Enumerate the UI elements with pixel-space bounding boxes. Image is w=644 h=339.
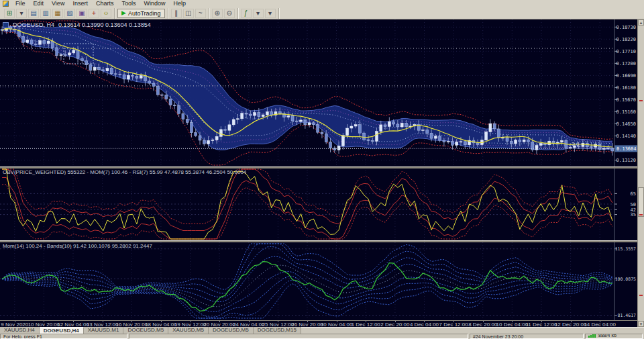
market-watch-button[interactable]: ▤ [28,9,39,18]
svg-text:0.14650: 0.14650 [616,122,636,127]
svg-text:0.15670: 0.15670 [616,97,636,103]
traffic-bars-icon [592,334,594,338]
profiles-icon: ▾ [19,10,23,17]
time-label: 7 Dec 12:00 [439,322,468,327]
time-label: 24 Nov 04:00 [233,322,265,327]
new-order-icon: + [92,10,96,17]
svg-text:0.13120: 0.13120 [616,158,636,163]
menu-bar: FileEditViewInsertChartsToolsWindowHelp [0,0,644,7]
indicators-icon: ƒ [244,10,248,17]
chart-window-icon [3,22,9,28]
line-chart-icon: ~ [199,10,203,17]
scroll-marker [639,100,643,101]
time-label: 2 Dec 20:00 [380,322,409,327]
oscillator-panel-title: OBV(PRICE_WEIGHTED) 555322 - MOM(7) 100.… [3,169,246,175]
new-chart-button[interactable]: ⊞ [4,9,15,18]
chart-area[interactable]: 0.187300.182200.177100.172000.166900.161… [0,19,637,320]
vertical-scrollbar[interactable]: ▲ ▼ [637,19,644,327]
navigator-button[interactable]: ▦ [52,9,63,18]
menu-window[interactable]: Window [140,0,169,7]
time-label: 19 Nov 12:00 [174,322,207,327]
scroll-down-icon[interactable]: ▼ [638,321,644,327]
zoom-in-button[interactable]: ⊕ [212,9,223,18]
time-label: 4 Dec 04:00 [410,322,439,327]
time-axis[interactable]: 9 Nov 202010 Nov 20:0012 Nov 04:0013 Nov… [0,320,637,327]
time-label: 13 Nov 12:00 [87,322,119,327]
time-label: 16 Nov 20:00 [115,322,148,327]
time-label: 9 Nov 2020 [1,322,28,327]
menu-edit[interactable]: Edit [30,0,48,7]
symbol-name: DOGEUSD, H4 [13,21,54,28]
time-label: 12 Nov 04:00 [57,322,89,327]
chart-tab-2-xauusd-m1[interactable]: XAUUSD,M1 [84,327,124,334]
scrollbar-thumb[interactable] [638,187,644,217]
status-spacer [129,334,468,339]
zoom-out-icon: ⊖ [226,10,231,17]
templates-button[interactable]: ▾ [265,9,276,18]
line-chart-button[interactable]: ~ [195,9,206,18]
zoom-in-icon: ⊕ [214,10,219,17]
autotrading-label: AutoTrading [128,10,161,17]
new-order-button[interactable]: + [89,9,99,18]
svg-text:0.14140: 0.14140 [616,134,636,139]
data-window-button[interactable]: ▥ [40,9,51,18]
bar-chart-button[interactable]: ∥ [171,9,182,18]
svg-text:50: 50 [631,202,636,207]
autotrading-icon: ▶ [121,10,126,16]
svg-text:0.16690: 0.16690 [616,73,636,79]
time-label: 20 Nov 20:00 [203,322,235,327]
profiles-button[interactable]: ▾ [16,9,27,18]
zoom-out-button[interactable]: ⊖ [224,9,235,18]
strategy-tester-icon: ▣ [78,10,85,17]
svg-text:0.17710: 0.17710 [616,49,636,54]
scroll-marker [639,214,643,215]
time-label: 11 Dec 12:00 [525,322,557,327]
svg-text:81.4617: 81.4617 [618,313,636,318]
toolbar: ⊞▾▤▥▦▧▣+‹›▶AutoTrading∥◫~⊕⊖ƒ▾▾ [0,7,644,19]
chart-tab-4-xauusd-m5[interactable]: XAUUSD,M5 [168,327,209,334]
chart-tab-0-xauusd-h4[interactable]: XAUUSD,H4 [0,327,40,334]
status-bar-info: #24 November 23 20:00 [470,334,584,339]
terminal-icon: ▧ [66,10,72,17]
metaeditor-button[interactable]: ‹› [101,9,111,18]
menu-view[interactable]: View [48,0,68,7]
menu-insert[interactable]: Insert [68,0,92,7]
menu-charts[interactable]: Charts [92,0,118,7]
candlestick-chart-button[interactable]: ◫ [183,9,194,18]
chart-tab-bar: XAUUSD,H4DOGEUSD,H4XAUUSD,M1DOGEUSD,M5XA… [0,327,644,334]
status-traffic: 888/4 kb [585,334,643,339]
svg-text:0.16180: 0.16180 [616,85,636,91]
terminal-button[interactable]: ▧ [64,9,75,18]
svg-text:100.0875: 100.0875 [615,277,636,282]
menu-help[interactable]: Help [169,0,190,7]
traffic-bars-icon [590,335,592,338]
menu-file[interactable]: File [11,0,30,7]
time-label: 14 Dec 04:00 [584,322,616,327]
status-bar: For Help, press F1 #24 November 23 20:00… [0,334,644,339]
autotrading-button[interactable]: ▶AutoTrading [117,9,165,18]
indicators-button[interactable]: ƒ [241,9,252,18]
time-label: 1 Dec 12:00 [352,322,380,327]
svg-text:0.18730: 0.18730 [616,25,636,30]
chart-tab-6-dogeusd-m15[interactable]: DOGEUSD,M15 [254,327,301,334]
traffic-bars-icon [594,334,596,338]
market-watch-icon: ▤ [30,10,36,17]
chart-tab-5-dogeusd-m5[interactable]: DOGEUSD,M5 [209,327,254,334]
new-chart-icon: ⊞ [7,10,12,17]
svg-text:35: 35 [631,212,636,217]
templates-icon: ▾ [268,10,272,17]
chart-tab-1-dogeusd-h4[interactable]: DOGEUSD,H4 [40,327,84,334]
time-label: 30 Nov 04:00 [321,322,353,327]
periods-button[interactable]: ▾ [253,9,264,18]
svg-text:115.3557: 115.3557 [615,246,636,252]
chart-tab-3-dogeusd-m5[interactable]: DOGEUSD,M5 [123,327,168,334]
navigator-icon: ▦ [54,10,60,17]
scroll-up-icon[interactable]: ▲ [638,19,644,26]
time-label: 10 Dec 04:00 [496,322,529,327]
status-help-text: For Help, press F1 [0,334,127,339]
menu-tools[interactable]: Tools [117,0,140,7]
svg-text:0.13604: 0.13604 [616,146,637,152]
strategy-tester-button[interactable]: ▣ [76,9,87,18]
svg-text:0.18220: 0.18220 [616,37,636,42]
momentum-panel-title: Mom(14) 100.24 - Bands(10) 91.42 100.107… [3,243,152,249]
